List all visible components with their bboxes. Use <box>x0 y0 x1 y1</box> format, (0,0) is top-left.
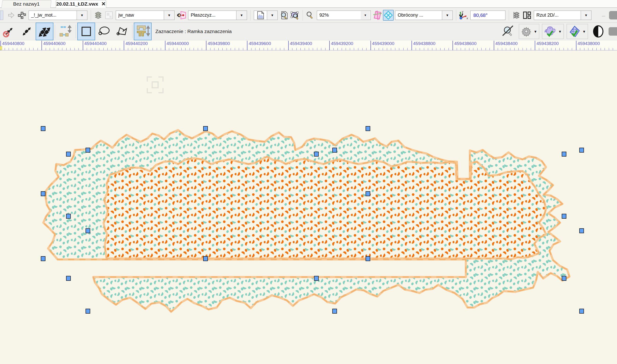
ruler-minor-tick <box>259 48 260 50</box>
zoom-page-icon[interactable] <box>279 10 290 21</box>
surface-style-dropdown[interactable]: ▼ <box>567 24 588 39</box>
tab-active-label: 20.02.11_ŁDZ.vwx <box>56 1 98 7</box>
ruler-minor-tick <box>70 48 71 50</box>
selection-handle[interactable] <box>366 126 370 131</box>
selection-handle[interactable] <box>366 256 370 261</box>
ruler-minor-tick <box>334 48 334 50</box>
ruler-minor-tick <box>506 48 506 50</box>
selection-handle[interactable] <box>579 228 584 233</box>
selection-handle[interactable] <box>203 126 208 131</box>
selection-handle[interactable] <box>314 152 319 156</box>
selection-handle[interactable] <box>332 148 337 153</box>
layer-combobox[interactable]: jw_naw ▼ <box>116 11 175 20</box>
toolbar-overflow-indicator[interactable]: ... <box>602 13 605 18</box>
selection-handle[interactable] <box>203 256 208 261</box>
drawing-canvas[interactable] <box>0 50 617 364</box>
ruler-major-tick <box>576 41 577 50</box>
ruler-minor-tick <box>140 48 140 50</box>
modebar-edge-button[interactable] <box>609 27 617 36</box>
tab-close-icon[interactable]: ✕ <box>102 1 106 7</box>
single-arrow-icon[interactable] <box>18 23 36 40</box>
selection-handle[interactable] <box>366 191 370 196</box>
selection-handle[interactable] <box>314 276 319 281</box>
magnifier-off-icon[interactable] <box>500 23 517 40</box>
lasso-icon[interactable] <box>95 23 113 40</box>
layer-combobox-arrow-icon[interactable]: ▼ <box>164 11 175 20</box>
ruler-minor-tick <box>362 48 362 50</box>
ruler-minor-tick <box>604 48 605 50</box>
motif-combobox-arrow-icon[interactable]: ▼ <box>77 11 87 20</box>
magnifier-icon[interactable] <box>305 10 315 21</box>
ruler-minor-tick <box>112 48 112 50</box>
organization-icon[interactable] <box>16 10 27 21</box>
selection-handle[interactable] <box>86 309 90 314</box>
zoom-selection-icon[interactable] <box>290 10 301 21</box>
toolbar-separator <box>91 10 91 21</box>
double-arrow-icon[interactable] <box>36 23 53 40</box>
zoom-level-value: 92% <box>317 13 361 18</box>
selection-handle[interactable] <box>579 309 584 314</box>
render-style-arrow-icon[interactable]: ▼ <box>558 29 562 34</box>
marquee-rectangle-icon[interactable] <box>77 23 95 40</box>
ruler-minor-tick <box>222 48 223 50</box>
selection-handle[interactable] <box>562 152 566 156</box>
selection-handle[interactable] <box>66 152 71 156</box>
view-combobox[interactable]: Obrócony ... ▼ <box>395 11 453 20</box>
page-combobox[interactable]: ▼ <box>254 11 278 20</box>
viewport-layout-icon[interactable] <box>522 10 532 21</box>
contrast-icon[interactable] <box>589 23 607 40</box>
surface-style-arrow-icon[interactable]: ▼ <box>582 29 586 34</box>
selection-handle[interactable] <box>562 214 566 219</box>
forward-arrow-icon[interactable] <box>6 10 16 21</box>
ruler-label: 459440600 <box>43 41 65 46</box>
zoom-level-combobox[interactable]: 92% ▼ <box>317 11 371 20</box>
ruler-minor-tick <box>300 48 301 50</box>
plane-combobox-arrow-icon[interactable]: ▼ <box>236 11 247 20</box>
rotation-angle-field[interactable]: 80,68° <box>470 11 505 20</box>
selection-handle[interactable] <box>41 256 45 261</box>
layers-icon[interactable] <box>93 10 103 21</box>
projection-combobox[interactable]: Rzut 2D/... ▼ <box>534 11 591 20</box>
selection-handle[interactable] <box>41 126 45 131</box>
selection-handle[interactable] <box>562 276 566 281</box>
selection-handle[interactable] <box>86 148 90 153</box>
selection-handle[interactable] <box>579 148 584 153</box>
selection-handle[interactable] <box>332 309 337 314</box>
ruler-major-tick <box>247 41 247 50</box>
unified-view-icon[interactable] <box>383 10 394 21</box>
ruler-minor-tick <box>543 48 543 50</box>
ruler-minor-tick <box>473 48 473 50</box>
page-combobox-arrow-icon[interactable]: ▼ <box>267 11 278 20</box>
selection-handle[interactable] <box>41 191 45 196</box>
ruler-minor-tick <box>399 48 399 50</box>
clipped-back-button[interactable] <box>0 11 3 20</box>
zoom-level-arrow-icon[interactable]: ▼ <box>361 11 370 19</box>
view-combobox-arrow-icon[interactable]: ▼ <box>442 11 453 20</box>
selection-handle[interactable] <box>66 214 71 219</box>
toolbar-edge-button[interactable] <box>609 11 617 19</box>
selection-handle[interactable] <box>66 276 71 281</box>
tab-bar: Bez nazwy1 20.02.11_ŁDZ.vwx ✕ <box>0 0 617 8</box>
plane-combobox[interactable]: Płaszczyz... ▼ <box>188 11 247 20</box>
tab-active-document[interactable]: 20.02.11_ŁDZ.vwx ✕ <box>56 0 106 8</box>
tab-untitled[interactable]: Bez nazwy1 <box>1 0 52 8</box>
resize-handles-icon[interactable] <box>56 23 74 40</box>
ruler-minor-tick <box>128 48 128 50</box>
ruler-minor-tick <box>25 48 25 50</box>
interactive-scale-off-icon[interactable] <box>0 23 18 40</box>
ruler-minor-tick <box>107 48 108 50</box>
selection-handle[interactable] <box>86 228 90 233</box>
inner-pavement-polygon[interactable] <box>103 156 546 260</box>
working-plane-icon[interactable] <box>372 10 383 21</box>
projection-combobox-arrow-icon[interactable]: ▼ <box>581 11 591 20</box>
workbench-icon[interactable] <box>134 23 152 40</box>
polygon-lasso-icon[interactable] <box>113 23 131 40</box>
motif-combobox[interactable]: _!_jw_mot... ▼ <box>29 11 87 20</box>
settings-dropdown[interactable]: ▼ <box>519 24 539 39</box>
settings-arrow-icon[interactable]: ▼ <box>534 29 537 34</box>
ruler-minor-tick <box>50 48 50 50</box>
stacked-layers-icon[interactable] <box>511 10 522 21</box>
ruler-minor-tick <box>116 48 116 50</box>
plane-eye-icon[interactable] <box>176 10 187 21</box>
render-style-dropdown[interactable]: ▼ <box>542 24 564 39</box>
